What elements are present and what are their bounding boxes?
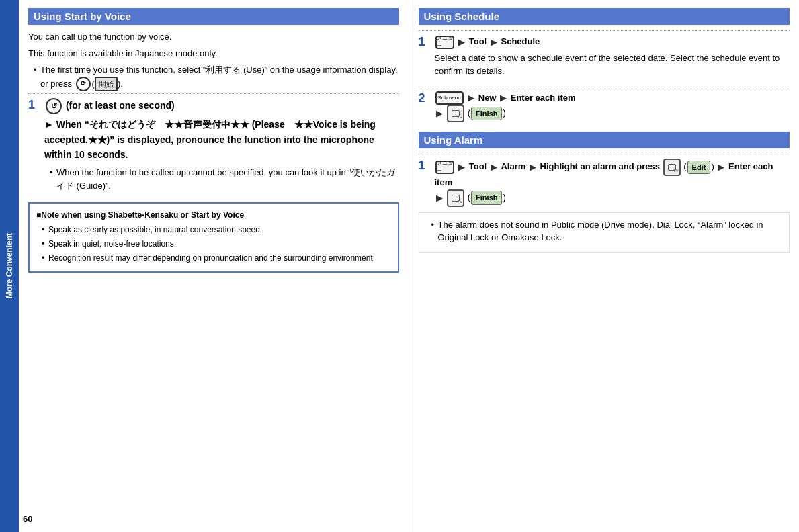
tool-text-2: Tool [469, 162, 487, 172]
arrow-6: ▶ [458, 161, 465, 174]
arrow-8: ▶ [530, 161, 536, 174]
finish-btn-2[interactable]: Finish [471, 191, 502, 205]
schedule-section: Using Schedule 1 メニュー ▶ Tool ▶ Schedule … [419, 8, 790, 122]
alarm-text: Alarm [501, 162, 525, 172]
step1-bullet: When the function to be called up cannot… [50, 166, 399, 192]
schedule-text: Schedule [501, 36, 540, 46]
highlight-alarm-text: Highlight an alarm and press [540, 162, 660, 172]
camera-icon-2: TV [663, 159, 681, 176]
schedule-step1: 1 メニュー ▶ Tool ▶ Schedule Select a date t… [419, 30, 790, 81]
left-step1: 1 ↺ (for at least one second) ► When “それ… [28, 93, 399, 194]
camera-icon-3: TV [447, 189, 464, 207]
step1-title: ↺ (for at least one second) [44, 98, 399, 114]
tool-text-1: Tool [469, 36, 487, 46]
schedule-step2: 2 Submenu ▶ New ▶ Enter each item ▶ TV (… [419, 87, 790, 123]
rotate-icon: ↺ [46, 98, 62, 114]
menu-icon-2: メニュー [435, 161, 454, 174]
alarm-bullet: The alarm does not sound in Public mode … [431, 218, 784, 245]
menu-icon-1: メニュー [435, 36, 454, 49]
right-column: Using Schedule 1 メニュー ▶ Tool ▶ Schedule … [409, 0, 800, 532]
note-bullet-1: Speak in quiet, noise-free locations. [42, 238, 391, 250]
note-bullet-0: Speak as clearly as possible, in natural… [42, 224, 391, 236]
arrow-1: ▶ [458, 36, 465, 49]
step1-bullets: When the function to be called up cannot… [44, 166, 399, 192]
note-box: ■Note when using Shabette-Kensaku or Sta… [28, 202, 399, 273]
sidebar: More Convenient [0, 0, 19, 532]
alarm-step1: 1 メニュー ▶ Tool ▶ Alarm ▶ Highlight an ala… [419, 154, 790, 207]
new-text: New [478, 91, 497, 105]
arrow-2: ▶ [491, 36, 497, 49]
main-content: Using Start by Voice You can call up the… [19, 0, 799, 532]
arrow-5: ▶ [436, 107, 443, 120]
arrow-10: ▶ [436, 191, 443, 205]
note-bullet-2: Recognition result may differ depending … [42, 252, 391, 264]
arrow-9: ▶ [718, 161, 724, 174]
finish-btn-1[interactable]: Finish [471, 107, 502, 121]
kanji-start-btn: 開始 [95, 77, 118, 92]
intro-bullets: The first time you use this function, se… [28, 63, 399, 91]
submenu-icon: Submenu [435, 91, 464, 105]
intro-text2: This function is available in Japanese m… [28, 47, 399, 60]
edit-btn[interactable]: Edit [687, 161, 711, 175]
enter-each-item-1: Enter each item [511, 93, 576, 103]
intro-text1: You can call up the function by voice. [28, 30, 399, 44]
left-section-header: Using Start by Voice [28, 8, 399, 25]
alarm-header: Using Alarm [419, 132, 790, 148]
step1-body: ► When “それではどうぞ ★★音声受付中★★ (Please ★★Voic… [44, 117, 399, 162]
note-bullets: Speak as clearly as possible, in natural… [36, 224, 391, 264]
arrow-4: ▶ [500, 91, 507, 105]
schedule-step1-desc: Select a date to show a schedule event o… [435, 52, 790, 78]
schedule-header: Using Schedule [419, 8, 790, 25]
start-circle-icon: ⟳ [76, 77, 91, 91]
camera-icon-1: TV [447, 105, 464, 122]
note-title: ■Note when using Shabette-Kensaku or Sta… [36, 209, 391, 221]
sidebar-label: More Convenient [5, 233, 14, 298]
arrow-7: ▶ [491, 161, 497, 174]
arrow-3: ▶ [468, 91, 474, 105]
page-number: 60 [23, 514, 32, 524]
left-column: Using Start by Voice You can call up the… [19, 0, 409, 532]
intro-bullet-item: The first time you use this function, se… [34, 63, 399, 91]
alarm-section: Using Alarm 1 メニュー ▶ Tool ▶ Alarm ▶ High… [419, 132, 790, 253]
alarm-bullets: The alarm does not sound in Public mode … [419, 212, 790, 253]
